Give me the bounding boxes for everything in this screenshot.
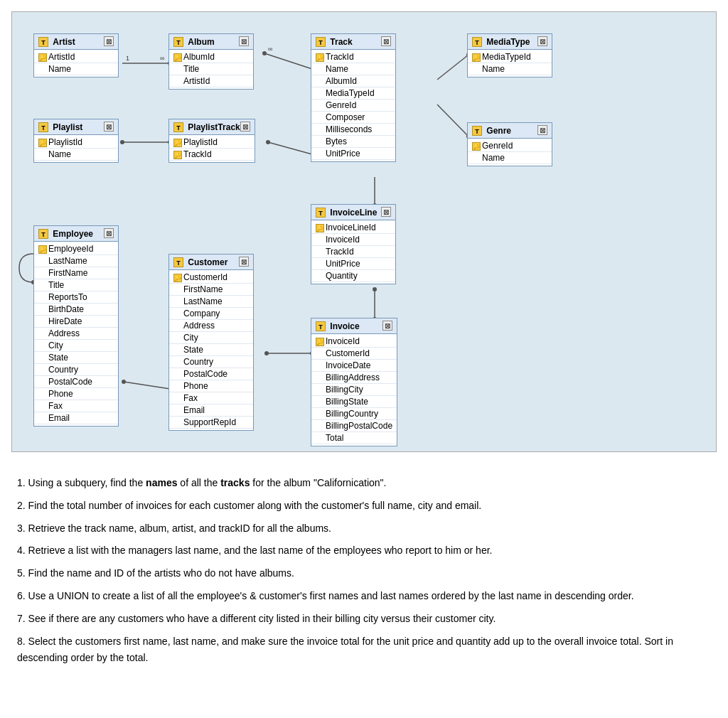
pk-icon: 🔑 — [472, 142, 481, 151]
table-header-playlisttrack: T PlaylistTrack ⊠ — [169, 119, 255, 135]
expand-icon[interactable]: ⊠ — [381, 36, 391, 46]
table-icon: T — [38, 37, 48, 47]
field-phone: Phone — [169, 380, 253, 392]
field-genreid: GenreId — [311, 100, 395, 112]
table-playlist: T Playlist ⊠ 🔑PlaylistIdName — [33, 119, 119, 163]
expand-icon[interactable]: ⊠ — [239, 257, 249, 267]
svg-line-4 — [264, 53, 312, 69]
field-lastname: LastName — [34, 255, 118, 267]
field-trackid: 🔑TrackId — [311, 51, 395, 63]
field-unitprice: UnitPrice — [311, 258, 395, 270]
table-body-mediatype: 🔑MediaTypeIdName — [468, 50, 552, 77]
table-genre: T Genre ⊠ 🔑GenreIdName — [467, 122, 552, 166]
field-billingcity: BillingCity — [311, 384, 397, 396]
field-billingaddress: BillingAddress — [311, 372, 397, 384]
table-body-album: 🔑AlbumIdTitleArtistId — [169, 50, 253, 89]
table-album: T Album ⊠ 🔑AlbumIdTitleArtistId — [168, 33, 254, 90]
expand-icon[interactable]: ⊠ — [239, 36, 249, 46]
table-label: Customer — [188, 257, 228, 267]
table-body-track: 🔑TrackIdNameAlbumIdMediaTypeIdGenreIdCom… — [311, 50, 395, 161]
q4-text: Retrieve a list with the managers last n… — [28, 545, 493, 556]
field-employeeid: 🔑EmployeeId — [34, 243, 118, 255]
table-body-playlist: 🔑PlaylistIdName — [34, 135, 118, 162]
table-invoice: T Invoice ⊠ 🔑InvoiceIdCustomerIdInvoiceD… — [311, 318, 397, 446]
table-icon: T — [316, 208, 326, 218]
table-body-playlisttrack: 🔑PlaylistId🔑TrackId — [169, 135, 255, 162]
expand-icon[interactable]: ⊠ — [382, 321, 392, 331]
table-mediatype: T MediaType ⊠ 🔑MediaTypeIdName — [467, 33, 552, 77]
expand-icon[interactable]: ⊠ — [381, 207, 391, 217]
q8-text: Select the customers first name, last na… — [17, 636, 673, 664]
question-4: 4. Retrieve a list with the managers las… — [17, 542, 711, 559]
field-mediatypeid: MediaTypeId — [311, 87, 395, 100]
table-header-customer: T Customer ⊠ — [169, 254, 253, 270]
question-6: 6. Use a UNION to create a list of all t… — [17, 588, 711, 605]
field-email: Email — [169, 404, 253, 417]
field-albumid: AlbumId — [311, 75, 395, 87]
field-city: City — [34, 340, 118, 352]
table-header-track: T Track ⊠ — [311, 34, 395, 50]
expand-icon[interactable]: ⊠ — [104, 122, 114, 132]
expand-icon[interactable]: ⊠ — [537, 36, 547, 46]
expand-icon[interactable]: ⊠ — [104, 228, 114, 238]
table-header-genre: T Genre ⊠ — [468, 123, 552, 139]
table-label: Genre — [486, 126, 511, 136]
table-label: Track — [330, 37, 352, 47]
field-albumid: 🔑AlbumId — [169, 51, 253, 63]
field-milliseconds: Milliseconds — [311, 124, 395, 136]
field-unitprice: UnitPrice — [311, 148, 395, 160]
table-body-invoiceline: 🔑InvoiceLineIdInvoiceIdTrackIdUnitPriceQ… — [311, 220, 395, 284]
field-title: Title — [169, 63, 253, 75]
pk-icon: 🔑 — [173, 274, 182, 282]
field-quantity: Quantity — [311, 270, 395, 282]
table-label: Album — [188, 37, 214, 47]
svg-text:∞: ∞ — [268, 45, 272, 53]
field-artistid: 🔑ArtistId — [34, 51, 118, 63]
q1-text2: of all the — [177, 477, 220, 488]
svg-point-15 — [266, 140, 270, 144]
pk-icon: 🔑 — [472, 53, 481, 62]
question-3: 3. Retrieve the track name, album, artis… — [17, 520, 711, 537]
field-billingpostalcode: BillingPostalCode — [311, 420, 397, 432]
q2-num: 2. — [17, 500, 28, 511]
field-trackid: 🔑TrackId — [169, 149, 255, 161]
field-company: Company — [169, 308, 253, 320]
field-lastname: LastName — [169, 296, 253, 308]
table-body-invoice: 🔑InvoiceIdCustomerIdInvoiceDateBillingAd… — [311, 334, 397, 446]
field-composer: Composer — [311, 112, 395, 124]
expand-icon[interactable]: ⊠ — [240, 122, 250, 132]
field-genreid: 🔑GenreId — [468, 140, 552, 152]
field-address: Address — [169, 320, 253, 332]
field-invoiceid: InvoiceId — [311, 234, 395, 246]
field-hiredate: HireDate — [34, 316, 118, 328]
table-icon: T — [173, 257, 183, 267]
table-body-artist: 🔑ArtistIdName — [34, 50, 118, 77]
field-email: Email — [34, 412, 118, 424]
table-icon: T — [173, 37, 183, 47]
table-body-customer: 🔑CustomerIdFirstNameLastNameCompanyAddre… — [169, 270, 253, 430]
table-header-employee: T Employee ⊠ — [34, 226, 118, 242]
field-invoicedate: InvoiceDate — [311, 360, 397, 372]
svg-line-9 — [437, 105, 469, 136]
field-playlistid: 🔑PlaylistId — [34, 136, 118, 149]
svg-point-25 — [122, 380, 126, 384]
field-artistid: ArtistId — [169, 75, 253, 87]
expand-icon[interactable]: ⊠ — [104, 36, 114, 46]
table-icon: T — [472, 126, 482, 136]
q4-num: 4. — [17, 545, 28, 556]
q1-bold1: names — [146, 477, 177, 488]
field-name: Name — [468, 152, 552, 164]
table-header-artist: T Artist ⊠ — [34, 34, 118, 50]
table-label: MediaType — [486, 37, 530, 47]
field-state: State — [34, 352, 118, 364]
table-artist: T Artist ⊠ 🔑ArtistIdName — [33, 33, 119, 77]
expand-icon[interactable]: ⊠ — [537, 125, 547, 135]
question-7: 7. See if there are any customers who ha… — [17, 611, 711, 628]
field-playlistid: 🔑PlaylistId — [169, 136, 255, 149]
field-billingstate: BillingState — [311, 396, 397, 408]
table-label: PlaylistTrack — [188, 122, 240, 132]
pk-icon: 🔑 — [316, 224, 324, 232]
svg-line-24 — [124, 382, 170, 389]
field-mediatypeid: 🔑MediaTypeId — [468, 51, 552, 63]
field-supportrepid: SupportRepId — [169, 417, 253, 429]
